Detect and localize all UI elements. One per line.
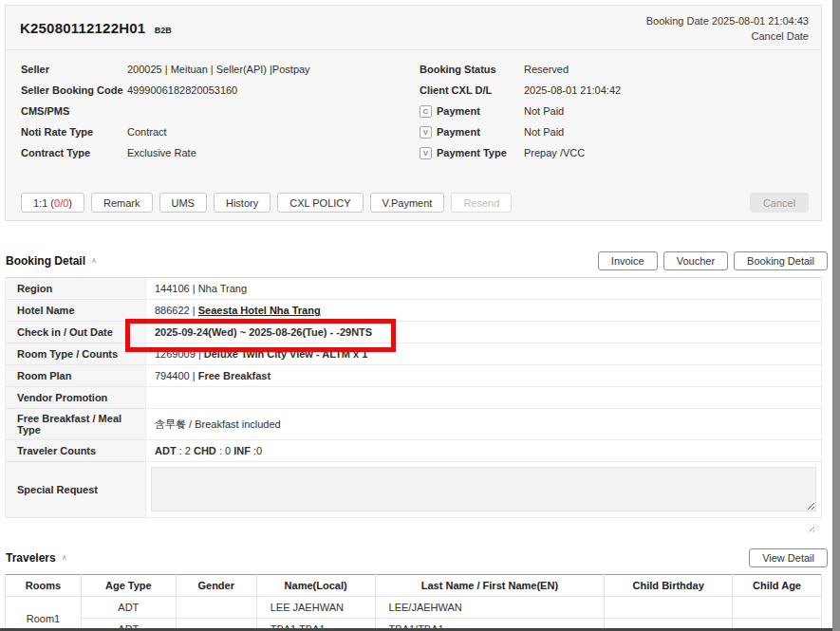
resend-button: Resend [451,193,512,213]
room-plan-name: Free Breakfast [198,370,271,381]
booking-detail-button[interactable]: Booking Detail [734,251,828,270]
field-v-payment-type: V Payment Type Prepay /VCC [420,142,621,163]
channel-badge: B2B [155,26,172,35]
field-value: Not Paid [524,126,564,138]
view-detail-button[interactable]: View Detail [749,548,828,567]
row-room-type-counts: Room Type / Counts 1269009 | Deluxe Twin… [6,343,821,365]
col-gender: Gender [176,575,256,597]
travelers-table: Rooms Age Type Gender Name(Local) Last N… [5,574,822,631]
child-birthday-cell [605,597,733,619]
col-child-age: Child Age [733,575,822,597]
field-label: CMS/PMS [21,105,127,117]
row-value: 含早餐 / Breakfast included [146,409,821,439]
invoice-button[interactable]: Invoice [598,251,658,270]
booking-detail-section-header: Booking Detail∧ Invoice Voucher Booking … [6,251,828,271]
field-value: Prepay /VCC [524,147,585,158]
history-button[interactable]: History [214,193,271,213]
field-c-payment: C Payment Not Paid [420,101,621,121]
field-v-payment: V Payment Not Paid [420,121,621,142]
field-value: 4999006182820053160 [127,84,237,96]
row-vendor-promotion: Vendor Promotion [6,387,821,409]
field-booking-status: Booking Status Reserved [420,59,621,80]
row-label: Vendor Promotion [6,387,146,408]
booking-admin-page: K25080112122H01 B2B Booking Date 2025-08… [0,0,840,631]
row-label: Region [6,278,146,299]
chevron-up-icon: ∧ [62,553,67,562]
summary-toolbar: 1:1 (0/0) Remark UMS History CXL POLICY … [21,193,809,213]
room-type-name: Deluxe Twin City View - ALTM x 1 [204,348,368,360]
field-value: Exclusive Rate [127,147,196,158]
check-in-out-value: 2025-09-24(Wed) ~ 2025-08-26(Tue) - -29N… [146,322,821,343]
field-value: Reserved [524,64,569,75]
traveler-row: Room1 ADT LEE JAEHWAN LEE/JAEHWAN [6,597,822,619]
row-value [146,387,821,408]
name-local-cell: LEE JAEHWAN [256,597,375,619]
row-region: Region 144106 | Nha Trang [6,278,821,300]
booking-summary-card: K25080112122H01 B2B Booking Date 2025-08… [5,5,822,221]
window-right-edge [832,0,840,631]
room-type-code: 1269009 | [155,348,204,360]
chevron-up-icon: ∧ [91,256,97,265]
page-title: K25080112122H01 [20,20,145,36]
age-type-cell: ADT [81,597,176,619]
special-request-textarea[interactable] [151,467,816,511]
travelers-section-header: Travelers∧ View Detail [6,547,828,568]
row-special-request: Special Request [6,462,821,518]
room-cell: Room1 [6,597,82,631]
child-age-cell [733,597,822,619]
field-label: Noti Rate Type [21,126,127,138]
travelers-header-row: Rooms Age Type Gender Name(Local) Last N… [6,575,822,597]
field-value: 200025 | Meituan | Seller(API) |Postpay [127,64,310,75]
field-cms-pms: CMS/PMS [21,101,420,121]
col-child-birthday: Child Birthday [605,575,733,597]
field-label: Client CXL D/L [420,84,524,96]
field-label: Payment [437,126,480,138]
ums-button[interactable]: UMS [159,193,207,213]
field-label: Seller [21,64,127,75]
hotel-name-link[interactable]: Seaesta Hotel Nha Trang [198,305,321,316]
travelers-title[interactable]: Travelers∧ [6,551,67,565]
resize-handle-icon[interactable] [806,524,814,532]
row-room-plan: Room Plan 794400 | Free Breakfast [6,365,821,387]
field-label: Seller Booking Code [21,84,127,96]
field-seller: Seller 200025 | Meituan | Seller(API) |P… [21,59,420,80]
ratio-button[interactable]: 1:1 (0/0) [21,193,84,213]
col-name-en: Last Name / First Name(EN) [375,575,605,597]
name-en-cell: LEE/JAEHWAN [375,597,605,619]
row-hotel-name: Hotel Name 886622 | Seaesta Hotel Nha Tr… [6,300,821,322]
cancel-button: Cancel [750,193,809,213]
room-plan-code: 794400 | [155,370,198,381]
field-label: Booking Status [420,64,524,75]
row-label: Check in / Out Date [6,322,146,343]
field-label: Payment [437,105,480,117]
voucher-button[interactable]: Voucher [663,251,728,270]
ratio-count: 0/0 [54,197,68,209]
field-value: 2025-08-01 21:04:42 [524,84,621,96]
booking-date: Booking Date 2025-08-01 21:04:43 [646,13,809,28]
field-value: Contract [127,126,167,138]
col-rooms: Rooms [6,575,82,597]
v-badge-icon: V [420,147,432,159]
field-label: Contract Type [21,147,127,158]
row-meal-type: Free Breakfast / Meal Type 含早餐 / Breakfa… [6,409,821,440]
cxl-policy-button[interactable]: CXL POLICY [277,193,363,213]
col-name-local: Name(Local) [256,575,375,597]
row-value: 144106 | Nha Trang [146,278,821,299]
card-header: K25080112122H01 B2B Booking Date 2025-08… [6,6,821,50]
field-noti-rate-type: Noti Rate Type Contract [21,121,420,142]
booking-detail-title[interactable]: Booking Detail∧ [6,254,97,268]
field-label: Payment Type [437,147,507,158]
remark-button[interactable]: Remark [91,193,153,213]
field-client-cxl-dl: Client CXL D/L 2025-08-01 21:04:42 [420,80,621,101]
v-payment-button[interactable]: V.Payment [370,193,445,213]
field-value: Not Paid [524,105,564,117]
booking-detail-table: Region 144106 | Nha Trang Hotel Name 886… [5,277,822,518]
col-age-type: Age Type [81,575,176,597]
field-seller-booking-code: Seller Booking Code 4999006182820053160 [21,80,420,101]
row-label: Traveler Counts [6,440,146,461]
hotel-code: 886622 | [155,305,198,316]
v-badge-icon: V [420,126,432,139]
row-label: Special Request [6,462,146,517]
field-contract-type: Contract Type Exclusive Rate [21,142,420,163]
cancel-date-label: Cancel Date [646,28,809,44]
